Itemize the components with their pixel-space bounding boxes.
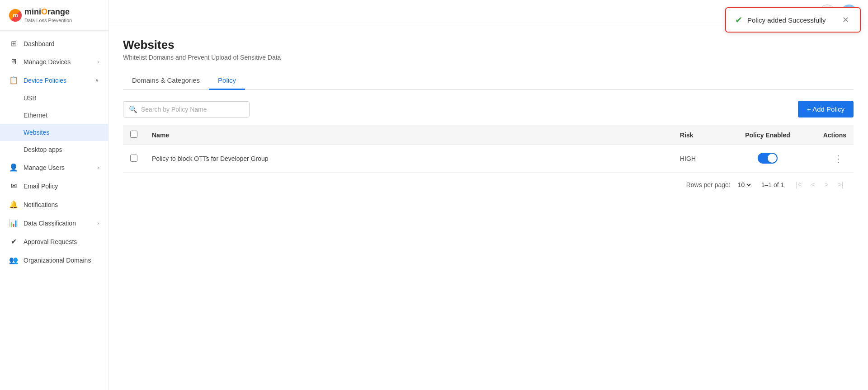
header-checkbox-cell: [123, 125, 145, 145]
toast-notification: ✔ Policy added Successfully ✕: [725, 7, 861, 33]
email-policy-icon: ✉: [9, 182, 18, 190]
policy-enabled-toggle[interactable]: [758, 153, 778, 164]
add-policy-button[interactable]: + Add Policy: [798, 101, 854, 117]
pagination-bar: Rows per page: 10 25 50 1–1 of 1 |< < > …: [123, 173, 854, 197]
tab-policy[interactable]: Policy: [209, 72, 245, 90]
sidebar-item-label: Manage Users: [24, 164, 65, 171]
sidebar-item-email-policy[interactable]: ✉ Email Policy: [0, 177, 108, 195]
sidebar-item-label: Device Policies: [24, 77, 66, 84]
rows-per-page-select[interactable]: 10 25 50: [736, 181, 752, 189]
header-name: Name: [145, 125, 673, 145]
main-content: − Websites Whitelist Domains and Prevent…: [108, 0, 868, 390]
sidebar-item-device-policies[interactable]: 📋 Device Policies ∧: [0, 71, 108, 89]
brand-subtitle: Data Loss Prevention: [24, 18, 72, 23]
device-policies-submenu: USB Ethernet Websites Desktop apps: [0, 89, 108, 158]
sidebar-item-organizational-domains[interactable]: 👥 Organizational Domains: [0, 251, 108, 269]
toast-success-icon: ✔: [735, 14, 743, 25]
next-page-button[interactable]: >: [821, 179, 831, 191]
row-more-actions-button[interactable]: ⋮: [830, 151, 846, 166]
toast-close-button[interactable]: ✕: [840, 15, 851, 25]
sidebar-item-approval-requests[interactable]: ✔ Approval Requests: [0, 232, 108, 251]
header-policy-enabled: Policy Enabled: [727, 125, 808, 145]
search-box[interactable]: 🔍: [123, 101, 250, 117]
table-row: Policy to block OTTs for Developer Group…: [123, 145, 854, 173]
notifications-icon: 🔔: [9, 200, 18, 209]
sidebar-item-manage-devices[interactable]: 🖥 Manage Devices ›: [0, 53, 108, 71]
page-content-area: Websites Whitelist Domains and Prevent U…: [108, 25, 868, 390]
desktop-apps-label: Desktop apps: [24, 146, 62, 153]
brand-name: miniOrange: [24, 7, 72, 17]
header-actions: Actions: [808, 125, 854, 145]
last-page-button[interactable]: >|: [835, 179, 847, 191]
header-risk: Risk: [673, 125, 727, 145]
sidebar-navigation: ⊞ Dashboard 🖥 Manage Devices › 📋 Device …: [0, 31, 108, 390]
tab-domains-categories[interactable]: Domains & Categories: [123, 72, 209, 90]
row-name: Policy to block OTTs for Developer Group: [145, 145, 673, 173]
chevron-up-icon: ∧: [95, 77, 99, 84]
sidebar-item-notifications[interactable]: 🔔 Notifications: [0, 195, 108, 214]
sidebar-item-desktop-apps[interactable]: Desktop apps: [0, 141, 108, 158]
select-all-checkbox[interactable]: [130, 131, 137, 138]
row-risk: HIGH: [673, 145, 727, 173]
sidebar-item-label: Notifications: [24, 201, 58, 208]
page-title: Websites: [123, 38, 854, 52]
sidebar-item-label: Organizational Domains: [24, 257, 91, 264]
page-subtitle: Whitelist Domains and Prevent Upload of …: [123, 54, 854, 61]
chevron-right-icon: ›: [97, 220, 99, 226]
search-icon: 🔍: [129, 105, 137, 113]
chevron-right-icon: ›: [97, 164, 99, 171]
row-policy-enabled: [727, 145, 808, 173]
sidebar-item-label: Data Classification: [24, 220, 76, 227]
chevron-right-icon: ›: [97, 59, 99, 65]
toast-message: Policy added Successfully: [747, 16, 836, 24]
usb-label: USB: [24, 94, 37, 102]
sidebar-item-ethernet[interactable]: Ethernet: [0, 107, 108, 124]
sidebar: m miniOrange Data Loss Prevention ⊞ Dash…: [0, 0, 108, 390]
sidebar-item-manage-users[interactable]: 👤 Manage Users ›: [0, 158, 108, 177]
rows-per-page-label: Rows per page:: [686, 181, 731, 188]
sidebar-item-label: Email Policy: [24, 183, 58, 190]
dashboard-icon: ⊞: [9, 39, 18, 48]
ethernet-label: Ethernet: [24, 112, 47, 119]
approval-requests-icon: ✔: [9, 237, 18, 246]
tab-bar: Domains & Categories Policy: [123, 72, 854, 90]
manage-users-icon: 👤: [9, 163, 18, 172]
sidebar-item-usb[interactable]: USB: [0, 89, 108, 107]
sidebar-item-label: Approval Requests: [24, 238, 77, 245]
row-actions: ⋮: [808, 145, 854, 173]
row-checkbox-cell: [123, 145, 145, 173]
table-header-row: Name Risk Policy Enabled Actions: [123, 125, 854, 145]
logo-icon: m: [9, 9, 22, 22]
search-input[interactable]: [141, 106, 244, 113]
sidebar-item-label: Manage Devices: [24, 58, 71, 66]
device-policies-icon: 📋: [9, 76, 18, 85]
row-checkbox[interactable]: [130, 155, 137, 162]
data-classification-icon: 📊: [9, 219, 18, 227]
policy-toolbar: 🔍 + Add Policy: [123, 101, 854, 117]
page-info: 1–1 of 1: [761, 181, 784, 188]
manage-devices-icon: 🖥: [9, 58, 18, 66]
sidebar-item-label: Dashboard: [24, 40, 55, 47]
prev-page-button[interactable]: <: [808, 179, 818, 191]
organizational-domains-icon: 👥: [9, 256, 18, 264]
sidebar-logo: m miniOrange Data Loss Prevention: [0, 0, 108, 31]
sidebar-item-dashboard[interactable]: ⊞ Dashboard: [0, 34, 108, 53]
websites-label: Websites: [24, 129, 49, 136]
first-page-button[interactable]: |<: [793, 179, 805, 191]
sidebar-item-websites[interactable]: Websites: [0, 124, 108, 141]
sidebar-item-data-classification[interactable]: 📊 Data Classification ›: [0, 214, 108, 232]
policy-table: Name Risk Policy Enabled Actions Policy …: [123, 125, 854, 173]
